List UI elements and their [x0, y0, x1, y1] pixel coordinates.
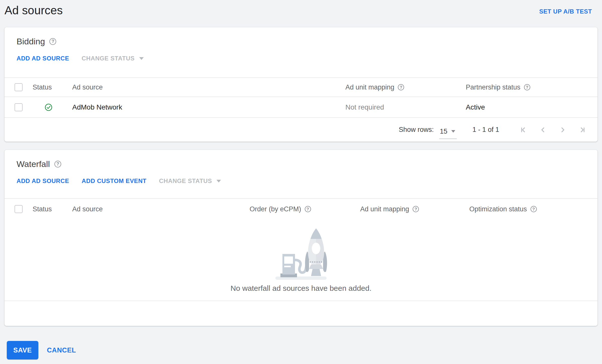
- select-all-checkbox[interactable]: [15, 83, 23, 91]
- bidding-header-partnership-status: Partnership status: [466, 83, 530, 91]
- waterfall-empty-message: No waterfall ad sources have been added.: [231, 284, 371, 293]
- waterfall-header-status: Status: [33, 205, 52, 213]
- footer-actions: SAVE CANCEL: [0, 326, 602, 359]
- page-header: Ad sources SET UP A/B TEST: [0, 0, 602, 27]
- ad-source-name[interactable]: AdMob Network: [72, 103, 122, 111]
- waterfall-change-status-button: CHANGE STATUS: [159, 177, 221, 185]
- save-button[interactable]: SAVE: [7, 341, 38, 359]
- bidding-header-ad-source: Ad source: [72, 83, 103, 91]
- help-icon[interactable]: [54, 161, 61, 167]
- waterfall-header-optimization-status: Optimization status: [469, 205, 537, 213]
- waterfall-header-order-label: Order (by eCPM): [250, 205, 301, 213]
- bidding-card: Bidding ADD AD SOURCE CHANGE STATUS Stat…: [5, 27, 597, 142]
- last-page-icon[interactable]: [572, 125, 592, 135]
- pager: [514, 125, 592, 135]
- bidding-add-ad-source-button[interactable]: ADD AD SOURCE: [17, 55, 69, 62]
- cancel-button[interactable]: CANCEL: [47, 346, 76, 354]
- page-title: Ad sources: [5, 4, 63, 17]
- bidding-pagination: Show rows: 15 1 - 1 of 1: [5, 117, 597, 142]
- help-icon[interactable]: [531, 206, 537, 212]
- show-rows-select[interactable]: 15: [439, 127, 457, 139]
- next-page-icon[interactable]: [553, 125, 572, 135]
- waterfall-add-ad-source-button[interactable]: ADD AD SOURCE: [17, 177, 69, 185]
- show-rows-label: Show rows:: [399, 126, 434, 134]
- select-all-checkbox[interactable]: [15, 205, 23, 213]
- waterfall-section-head: Waterfall: [5, 150, 597, 169]
- waterfall-change-status-label: CHANGE STATUS: [159, 177, 212, 185]
- bidding-section-head: Bidding: [5, 27, 597, 47]
- waterfall-table-header-row: Status Ad source Order (by eCPM) Ad unit…: [5, 198, 597, 219]
- bidding-header-ad-unit-mapping: Ad unit mapping: [345, 83, 404, 91]
- help-icon[interactable]: [49, 38, 56, 45]
- chevron-down-icon: [139, 57, 144, 60]
- waterfall-title: Waterfall: [17, 159, 50, 169]
- waterfall-header-optimization-status-label: Optimization status: [469, 205, 527, 213]
- chevron-down-icon: [216, 180, 221, 183]
- set-up-ab-test-button[interactable]: SET UP A/B TEST: [539, 8, 592, 15]
- waterfall-header-ad-source: Ad source: [72, 205, 103, 213]
- waterfall-header-order: Order (by eCPM): [250, 205, 311, 213]
- waterfall-header-ad-unit-mapping: Ad unit mapping: [360, 205, 419, 213]
- chevron-down-icon: [451, 130, 455, 133]
- bidding-header-status: Status: [33, 83, 52, 91]
- active-check-circle-icon: [45, 103, 52, 111]
- first-page-icon[interactable]: [514, 125, 533, 135]
- bidding-change-status-button: CHANGE STATUS: [82, 55, 144, 62]
- bidding-header-ad-unit-mapping-label: Ad unit mapping: [345, 83, 394, 91]
- show-rows-value: 15: [440, 128, 447, 135]
- waterfall-footer: [5, 301, 597, 326]
- bidding-header-partnership-status-label: Partnership status: [466, 83, 520, 91]
- table-row: AdMob Network Not required Active: [5, 97, 597, 117]
- waterfall-empty-state: No waterfall ad sources have been added.: [5, 219, 597, 301]
- help-icon[interactable]: [398, 84, 404, 90]
- rocket-fuel-pump-illustration: [271, 227, 331, 281]
- help-icon[interactable]: [524, 84, 530, 90]
- bidding-table: Status Ad source Ad unit mapping Partner…: [5, 77, 597, 117]
- row-checkbox[interactable]: [15, 103, 23, 111]
- bidding-table-header-row: Status Ad source Ad unit mapping Partner…: [5, 77, 597, 97]
- waterfall-card: Waterfall ADD AD SOURCE ADD CUSTOM EVENT…: [5, 150, 597, 326]
- bidding-actions: ADD AD SOURCE CHANGE STATUS: [5, 47, 597, 63]
- waterfall-header-ad-unit-mapping-label: Ad unit mapping: [360, 205, 409, 213]
- partnership-status-value: Active: [466, 103, 485, 111]
- waterfall-table: Status Ad source Order (by eCPM) Ad unit…: [5, 198, 597, 219]
- previous-page-icon[interactable]: [533, 125, 553, 135]
- bidding-change-status-label: CHANGE STATUS: [82, 55, 135, 62]
- ad-unit-mapping-value: Not required: [345, 103, 384, 111]
- help-icon[interactable]: [305, 206, 311, 212]
- bidding-title: Bidding: [17, 37, 45, 46]
- waterfall-actions: ADD AD SOURCE ADD CUSTOM EVENT CHANGE ST…: [5, 169, 597, 186]
- page-range: 1 - 1 of 1: [472, 126, 499, 134]
- help-icon[interactable]: [413, 206, 419, 212]
- waterfall-add-custom-event-button[interactable]: ADD CUSTOM EVENT: [82, 177, 147, 185]
